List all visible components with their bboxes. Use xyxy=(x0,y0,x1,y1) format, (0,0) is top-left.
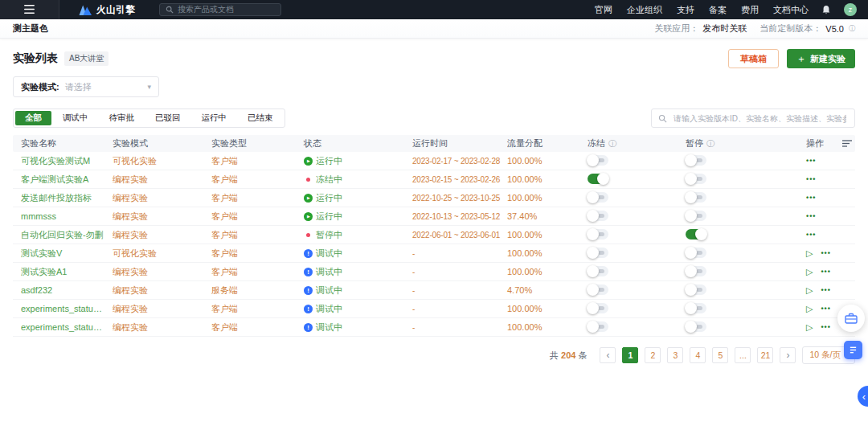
topbar-nav-item[interactable]: 官网 xyxy=(595,4,612,16)
traffic-cell: 100.00% xyxy=(507,267,588,276)
experiment-name-link[interactable]: experiments_status分... xyxy=(13,321,113,334)
experiment-name-link[interactable]: asdf232 xyxy=(13,285,113,295)
info-icon[interactable]: ⓘ xyxy=(706,138,714,149)
experiment-name-link[interactable]: 自动化回归实验-勿删 xyxy=(13,229,113,241)
total-number: 204 xyxy=(561,350,575,360)
page-button-4[interactable]: 4 xyxy=(690,347,706,363)
menu-button[interactable] xyxy=(0,0,59,19)
experiment-name-link[interactable]: 客户端测试实验A xyxy=(13,174,113,186)
more-actions-button[interactable]: ••• xyxy=(821,305,830,313)
collapse-panel-button[interactable]: ‹ xyxy=(858,386,868,407)
info-icon[interactable]: ⓘ xyxy=(849,24,855,33)
pause-toggle[interactable] xyxy=(686,174,706,184)
table-row: asdf232编程实验服务端!调试中-4.70%▷••• xyxy=(13,281,855,300)
brand-logo[interactable]: 火山引擎 xyxy=(79,3,135,17)
topbar-nav-item[interactable]: 备案 xyxy=(709,4,727,16)
draft-box-button[interactable]: 草稿箱 xyxy=(728,49,779,68)
play-button[interactable]: ▷ xyxy=(806,249,813,258)
info-icon[interactable]: ⓘ xyxy=(608,138,616,149)
pause-toggle[interactable] xyxy=(686,192,706,203)
tab-全部[interactable]: 全部 xyxy=(15,111,51,125)
experiment-mode-cell: 编程实验 xyxy=(113,174,211,186)
more-actions-button[interactable]: ••• xyxy=(806,158,816,165)
status-badge: !调试中 xyxy=(304,284,412,297)
column-header-暂停: 暂停ⓘ xyxy=(686,137,806,149)
freeze-toggle[interactable] xyxy=(588,229,608,239)
topbar-search[interactable]: 搜索产品或文档 xyxy=(159,3,281,16)
freeze-toggle[interactable] xyxy=(588,192,608,203)
more-actions-button[interactable]: ••• xyxy=(821,250,830,257)
page-button-21[interactable]: 21 xyxy=(757,347,773,363)
prev-page-button[interactable]: ‹ xyxy=(600,347,616,363)
freeze-toggle[interactable] xyxy=(588,284,608,295)
user-avatar[interactable]: z xyxy=(844,3,857,16)
page-button-1[interactable]: 1 xyxy=(622,347,638,363)
notifications-bell-icon[interactable] xyxy=(821,5,831,15)
create-experiment-button[interactable]: ＋ 新建实验 xyxy=(787,49,855,68)
experiment-name-link[interactable]: experiments_status3... xyxy=(13,304,113,313)
list-search-input[interactable] xyxy=(672,113,848,124)
pause-toggle[interactable] xyxy=(686,211,706,221)
experiment-type-cell: 客户端 xyxy=(211,174,304,186)
pause-toggle[interactable] xyxy=(686,248,706,258)
topbar-nav-item[interactable]: 费用 xyxy=(741,4,759,16)
survey-float-button[interactable] xyxy=(844,341,862,359)
play-button[interactable]: ▷ xyxy=(806,323,813,332)
total-prefix: 共 xyxy=(550,350,559,360)
more-actions-button[interactable]: ••• xyxy=(806,176,816,183)
switch-knob xyxy=(587,228,599,240)
freeze-toggle[interactable] xyxy=(588,248,608,258)
switch-track-pill xyxy=(696,214,702,218)
experiment-name-link[interactable]: 可视化实验测试M xyxy=(13,155,113,167)
volcano-logo-icon xyxy=(79,5,92,15)
experiment-mode-select[interactable]: 实验模式: 请选择 ▾ xyxy=(13,76,159,97)
freeze-toggle[interactable] xyxy=(588,266,608,276)
freeze-toggle[interactable] xyxy=(588,321,608,332)
tab-已结束[interactable]: 已结束 xyxy=(238,111,283,125)
actions-cell: ••• xyxy=(806,158,855,165)
pause-toggle[interactable] xyxy=(686,155,706,166)
next-page-button[interactable]: › xyxy=(780,347,796,363)
pause-toggle[interactable] xyxy=(686,321,706,332)
more-actions-button[interactable]: ••• xyxy=(821,324,830,331)
page-button-2[interactable]: 2 xyxy=(645,347,661,363)
more-actions-button[interactable]: ••• xyxy=(806,194,816,202)
experiment-name-link[interactable]: 发送邮件投放指标 xyxy=(13,192,113,204)
freeze-toggle[interactable] xyxy=(588,174,608,184)
pause-cell xyxy=(686,211,806,223)
topbar-nav-item[interactable]: 支持 xyxy=(677,4,694,16)
freeze-toggle[interactable] xyxy=(588,155,608,166)
more-actions-button[interactable]: ••• xyxy=(821,268,830,276)
play-button[interactable]: ▷ xyxy=(806,305,813,313)
pause-toggle[interactable] xyxy=(686,266,706,276)
play-button[interactable]: ▷ xyxy=(806,268,813,276)
actions-cell: ▷••• xyxy=(806,249,855,258)
freeze-toggle[interactable] xyxy=(588,303,608,313)
freeze-toggle[interactable] xyxy=(588,211,608,221)
tab-调试中[interactable]: 调试中 xyxy=(53,111,98,125)
toolbox-float-button[interactable] xyxy=(837,305,865,332)
more-actions-button[interactable]: ••• xyxy=(806,213,816,220)
page-button-5[interactable]: 5 xyxy=(712,347,728,363)
topbar-nav-item[interactable]: 文档中心 xyxy=(773,4,809,16)
survey-doc-icon xyxy=(849,346,858,354)
pause-toggle[interactable] xyxy=(686,229,706,239)
pause-toggle[interactable] xyxy=(686,303,706,313)
more-actions-button[interactable]: ••• xyxy=(821,287,830,294)
tab-待审批[interactable]: 待审批 xyxy=(100,111,145,125)
page-ellipsis[interactable]: ... xyxy=(735,347,751,363)
pause-toggle[interactable] xyxy=(686,284,706,295)
experiment-name-link[interactable]: mmmsss xyxy=(13,211,113,221)
more-actions-button[interactable]: ••• xyxy=(806,231,816,239)
column-header-流量分配: 流量分配 xyxy=(507,137,588,149)
tab-运行中[interactable]: 运行中 xyxy=(192,111,237,125)
experiment-name-link[interactable]: 测试实验V xyxy=(13,248,113,260)
column-settings-icon[interactable] xyxy=(842,139,852,149)
tab-已驳回[interactable]: 已驳回 xyxy=(145,111,190,125)
experiment-name-link[interactable]: 测试实验A1 xyxy=(13,266,113,278)
topbar-nav-item[interactable]: 企业组织 xyxy=(627,4,662,16)
page-button-3[interactable]: 3 xyxy=(667,347,683,363)
page-badge: AB大讲堂 xyxy=(64,51,108,66)
play-button[interactable]: ▷ xyxy=(806,286,813,295)
list-search-box[interactable] xyxy=(651,108,855,128)
